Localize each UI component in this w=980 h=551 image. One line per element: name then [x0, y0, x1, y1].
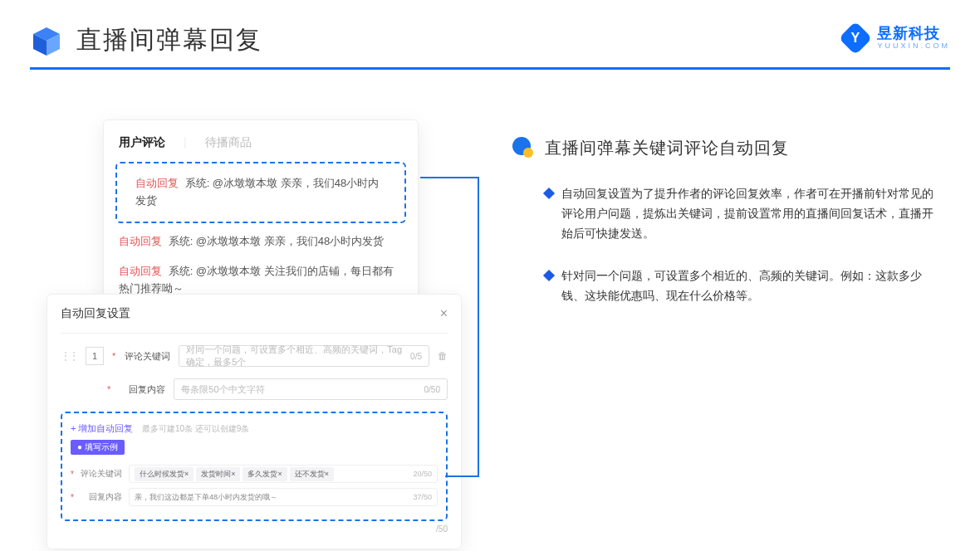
brand-name-en: YUUXIN.COM	[877, 41, 950, 51]
highlighted-comment: 自动回复 系统: @冰墩墩本墩 亲亲，我们48小时内发货	[115, 162, 406, 223]
page-title: 直播间弹幕回复	[76, 23, 262, 57]
modal-title: 自动回复设置	[61, 306, 130, 321]
bullet-text: 自动回复设置为了提升作者的评论回复效率，作者可在开播前针对常见的评论用户问题，提…	[561, 184, 943, 243]
close-icon[interactable]: ×	[440, 306, 448, 321]
comment-item: 自动回复 系统: @冰墩墩本墩 亲亲，我们48小时内发货	[120, 168, 401, 217]
comment-text: 系统: @冰墩墩本墩 亲亲，我们48小时内发货	[169, 235, 385, 247]
rule-index: 1	[86, 347, 104, 365]
keyword-label: 评论关键词	[124, 350, 170, 363]
bullet-text: 针对同一个问题，可设置多个相近的、高频的关键词。例如：这款多少钱、这块能优惠吗、…	[561, 266, 943, 306]
example-content-input[interactable]: 亲，我们这边都是下单48小时内发货的哦～ 37/50	[129, 488, 438, 506]
keyword-tag[interactable]: 多久发货×	[243, 467, 287, 481]
required-mark: *	[107, 384, 110, 394]
diamond-bullet-icon	[543, 188, 555, 199]
auto-reply-tag: 自动回复	[135, 177, 179, 189]
example-section: + 增加自动回复 最多可建10条 还可以创建9条 ● 填写示例 * 评论关键词 …	[61, 412, 448, 521]
svg-point-6	[523, 148, 533, 158]
example-keyword-label: 评论关键词	[81, 468, 122, 480]
tab-user-comments[interactable]: 用户评论	[119, 135, 165, 150]
example-badge: ● 填写示例	[71, 440, 125, 455]
footer-count: /50	[61, 524, 448, 534]
required-mark: *	[71, 493, 74, 502]
auto-reply-tag: 自动回复	[119, 265, 162, 277]
bullet-point: 针对同一个问题，可设置多个相近的、高频的关键词。例如：这款多少钱、这块能优惠吗、…	[512, 266, 950, 306]
content-label: 回复内容	[119, 383, 165, 396]
keyword-tag[interactable]: 发货时间×	[196, 467, 240, 481]
example-keyword-input[interactable]: 什么时候发货× 发货时间× 多久发货× 还不发货× 20/50	[129, 465, 438, 483]
brand-name-cn: 昱新科技	[877, 26, 950, 41]
auto-reply-tag: 自动回复	[119, 235, 162, 247]
diamond-bullet-icon	[543, 270, 555, 281]
add-hint-text: 最多可建10条 还可以创建9条	[142, 424, 249, 433]
content-input[interactable]: 每条限50个中文字符 0/50	[174, 378, 448, 400]
content-placeholder: 每条限50个中文字符	[181, 383, 264, 396]
brand-logo: Y 昱新科技 YUUXIN.COM	[840, 23, 950, 53]
keyword-count: 0/5	[410, 352, 422, 361]
required-mark: *	[71, 470, 74, 479]
comment-item: 自动回复 系统: @冰墩墩本墩 亲亲，我们48小时内发货	[104, 227, 418, 257]
auto-reply-settings-modal: 自动回复设置 × ⋮⋮ 1 * 评论关键词 对同一个问题，可设置多个相近、高频的…	[47, 294, 462, 549]
svg-text:Y: Y	[851, 30, 860, 45]
keyword-tag[interactable]: 还不发货×	[290, 467, 334, 481]
brand-icon: Y	[840, 23, 870, 53]
bullet-point: 自动回复设置为了提升作者的评论回复效率，作者可在开播前针对常见的评论用户问题，提…	[512, 184, 950, 243]
tab-separator: |	[184, 135, 187, 150]
chat-bubble-icon	[512, 136, 535, 159]
example-content-label: 回复内容	[81, 491, 122, 503]
delete-icon[interactable]: 🗑	[438, 350, 448, 362]
example-content-text: 亲，我们这边都是下单48小时内发货的哦～	[135, 492, 410, 503]
tab-pending-products[interactable]: 待播商品	[205, 135, 252, 150]
add-auto-reply-link[interactable]: + 增加自动回复	[71, 423, 133, 433]
keyword-input[interactable]: 对同一个问题，可设置多个相近、高频的关键词，Tag确定，最多5个 0/5	[179, 345, 429, 367]
keyword-placeholder: 对同一个问题，可设置多个相近、高频的关键词，Tag确定，最多5个	[186, 344, 410, 368]
example-content-count: 37/50	[413, 493, 432, 501]
cube-icon	[30, 24, 63, 57]
section-title: 直播间弹幕关键词评论自动回复	[545, 137, 789, 159]
content-count: 0/50	[424, 385, 440, 394]
required-mark: *	[112, 351, 115, 361]
drag-handle-icon[interactable]: ⋮⋮	[61, 350, 77, 362]
example-keyword-count: 20/50	[413, 470, 432, 478]
keyword-tag[interactable]: 什么时候发货×	[135, 467, 194, 481]
